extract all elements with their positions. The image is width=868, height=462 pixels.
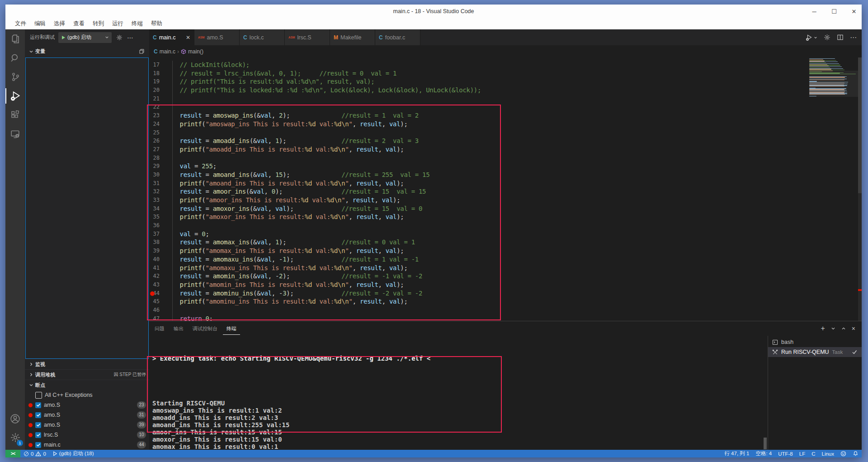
line-number[interactable]: 26 (149, 137, 165, 145)
debug-session-status[interactable]: (gdb) 启动 (18) (49, 450, 97, 457)
chevron-down-icon[interactable] (105, 35, 109, 39)
line-number[interactable]: 25 (149, 129, 165, 137)
breakpoint-checkbox[interactable] (35, 412, 41, 418)
line-number[interactable]: 32 (149, 187, 165, 196)
menu-item-帮助[interactable]: 帮助 (147, 18, 166, 29)
notifications-bell-icon[interactable] (849, 450, 862, 457)
remote-explorer-icon[interactable] (5, 124, 25, 143)
line-number[interactable]: 24 (149, 120, 165, 129)
line-number[interactable]: 17 (149, 61, 165, 69)
breadcrumb-file[interactable]: main.c (160, 48, 175, 55)
line-number[interactable]: 29 (149, 162, 165, 171)
variables-panel[interactable] (25, 57, 149, 359)
line-number[interactable]: 41 (149, 264, 165, 272)
terminal-scrollbar[interactable] (764, 438, 767, 449)
line-number[interactable]: 23 (149, 111, 165, 120)
eol-sequence[interactable]: LF (796, 450, 808, 457)
menu-item-转到[interactable]: 转到 (89, 18, 108, 29)
title-bar[interactable]: main.c - 18 - Visual Studio Code ─ ☐ ✕ (5, 5, 862, 18)
line-number[interactable]: 19 (149, 77, 165, 86)
line-number[interactable]: 42 (149, 272, 165, 281)
remote-os[interactable]: Linux (819, 450, 838, 457)
close-panel-icon[interactable]: × (852, 325, 855, 332)
indentation[interactable]: 空格: 4 (752, 450, 775, 457)
minimap-slider[interactable] (809, 71, 858, 97)
source-control-icon[interactable] (5, 67, 25, 86)
more-actions-icon[interactable]: ⋯ (850, 33, 857, 42)
account-icon[interactable] (5, 409, 25, 428)
maximize-icon[interactable]: ☐ (830, 7, 838, 15)
menu-item-编辑[interactable]: 编辑 (30, 18, 50, 29)
line-number[interactable]: 44 (149, 289, 165, 298)
line-number[interactable]: 20 (149, 86, 165, 95)
line-number[interactable]: 39 (149, 247, 165, 255)
close-icon[interactable]: ✕ (850, 7, 858, 15)
run-or-debug-button[interactable] (806, 34, 817, 41)
terminal-list-item-bash[interactable]: bash (768, 337, 862, 347)
cursor-position[interactable]: 行 47, 列 1 (721, 450, 752, 457)
debug-settings-gear-icon[interactable] (116, 34, 123, 41)
tab-lrsc.S[interactable]: ASMlrsc.S (285, 29, 330, 45)
open-panel-icon[interactable] (139, 48, 145, 54)
panel-tab-问题[interactable]: 问题 (151, 323, 168, 334)
start-debug-icon[interactable] (61, 35, 66, 40)
feedback-smiley-icon[interactable] (837, 450, 849, 457)
breadcrumb[interactable]: C main.c › main() (149, 45, 862, 57)
breakpoint-row[interactable]: amo.S31 (25, 410, 149, 420)
breakpoint-checkbox[interactable] (35, 422, 41, 428)
breakpoint-checkbox[interactable] (35, 432, 41, 438)
variables-section-header[interactable]: 变量 (25, 45, 149, 57)
panel-tab-终端[interactable]: 终端 (223, 323, 240, 335)
launch-config-dropdown[interactable]: (gdb) 启动 (58, 32, 112, 43)
breakpoint-row[interactable]: main.c44 (25, 440, 149, 450)
breakpoint-row[interactable]: amo.S39 (25, 420, 149, 430)
panel-tab-调试控制台[interactable]: 调试控制台 (189, 323, 221, 334)
split-editor-icon[interactable] (837, 34, 844, 41)
minimap[interactable] (809, 58, 858, 153)
extensions-icon[interactable] (5, 105, 25, 124)
panel-tab-输出[interactable]: 输出 (170, 323, 187, 334)
menu-item-选择[interactable]: 选择 (50, 18, 69, 29)
line-number[interactable]: 38 (149, 238, 165, 247)
settings-gear-icon[interactable]: 1 (5, 428, 25, 447)
line-number[interactable]: 46 (149, 306, 165, 314)
maximize-panel-icon[interactable] (841, 326, 846, 331)
run-and-debug-icon[interactable] (5, 86, 25, 105)
watch-section-header[interactable]: 监视 (25, 359, 149, 369)
line-number[interactable]: 43 (149, 281, 165, 289)
close-tab-icon[interactable]: ✕ (186, 34, 190, 41)
menu-item-文件[interactable]: 文件 (11, 18, 30, 29)
line-number[interactable]: 33 (149, 196, 165, 205)
line-number[interactable]: 22 (149, 103, 165, 111)
tab-Makefile[interactable]: MMakefile (330, 29, 375, 45)
menu-item-终端[interactable]: 终端 (127, 18, 147, 29)
call-stack-section-header[interactable]: 调用堆栈 因 STEP 已暂停 (25, 369, 149, 380)
line-number[interactable]: 34 (149, 205, 165, 213)
language-mode[interactable]: C (808, 450, 818, 457)
terminal-list-item-Run RISCV-QEMU[interactable]: Run RISCV-QEMUTask (768, 347, 862, 357)
tab-amo.S[interactable]: ASMamo.S (194, 29, 240, 45)
tab-foobar.c[interactable]: Cfoobar.c (375, 29, 420, 45)
minimize-icon[interactable]: ─ (810, 7, 818, 15)
tab-lock.c[interactable]: Clock.c (240, 29, 285, 45)
line-number[interactable]: 18 (149, 69, 165, 78)
remote-indicator[interactable]: >< (5, 450, 20, 457)
line-number[interactable]: 40 (149, 255, 165, 264)
breadcrumb-symbol[interactable]: main() (188, 48, 203, 55)
line-number[interactable]: 31 (149, 179, 165, 188)
breakpoint-checkbox[interactable] (35, 402, 41, 408)
new-terminal-icon[interactable]: + (821, 324, 825, 333)
problems-status[interactable]: 0 0 (20, 450, 49, 457)
line-number[interactable]: 35 (149, 213, 165, 221)
line-number[interactable]: 21 (149, 95, 165, 103)
code-editor[interactable]: 17 // LockInit(&lock);18 // result = lrs… (149, 57, 862, 321)
line-number[interactable]: 36 (149, 221, 165, 230)
breakpoint-checkbox[interactable] (35, 392, 42, 399)
line-number[interactable]: 30 (149, 171, 165, 179)
encoding[interactable]: UTF-8 (775, 450, 796, 457)
breakpoint-checkbox[interactable] (35, 442, 41, 448)
breakpoint-glyph[interactable] (150, 291, 155, 296)
explorer-icon[interactable] (5, 29, 25, 48)
breakpoint-row[interactable]: amo.S23 (25, 400, 149, 410)
chevron-down-icon[interactable] (831, 326, 835, 331)
